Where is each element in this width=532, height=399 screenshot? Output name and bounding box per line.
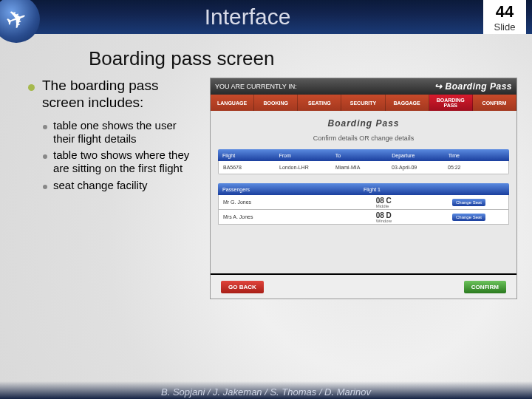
passenger-table-header: Passengers Flight 1 [218,183,509,195]
change-seat-button[interactable]: Change Seat [452,199,485,206]
flight-table-header: Flight From To Departure Time [218,149,509,161]
screenshot-footer: GO BACK CONFIRM [211,273,516,299]
page-number-label: Slide [483,21,526,33]
tab-baggage[interactable]: BAGGAGE [386,95,429,111]
main-bullet-text: The boarding pass screen includes: [42,78,200,112]
flight-table-row: BA5678 London-LHR Miami-MIA 03-April-09 … [218,161,509,174]
embedded-screenshot: YOU ARE CURRENTLY IN: ↪Boarding Pass LAN… [210,78,517,299]
footer-credits: B. Sopjani / J. Jakeman / S. Thomas / D.… [0,381,532,399]
bullet-dot-icon [43,154,47,159]
text-column: The boarding pass screen includes: table… [28,78,200,299]
flight-table: Flight From To Departure Time BA5678 Lon… [218,149,509,174]
topbar-left-text: YOU ARE CURRENTLY IN: [215,83,297,90]
page-number: 44 [496,2,514,21]
bullet-dot-icon [28,84,35,91]
list-item: table one shows the user their flight de… [43,119,200,146]
passenger-row: Mrs A. Jones 08 DWindow Change Seat [218,210,509,225]
go-back-button[interactable]: GO BACK [221,281,264,293]
list-item: table two shows where they are sitting o… [43,149,200,176]
bullet-dot-icon [43,185,47,189]
confirm-button[interactable]: CONFIRM [464,281,506,293]
sub-bullet-list: table one shows the user their flight de… [28,119,200,192]
arrow-icon: ↪ [434,81,443,92]
screenshot-body: Boarding Pass Confirm details OR change … [211,111,516,275]
airplane-icon: ✈ [1,1,31,36]
slide-title: Interface [44,4,532,30]
slide-subtitle: Boarding pass screen [89,47,532,70]
tab-booking[interactable]: BOOKING [254,95,298,111]
page-number-badge: 44 Slide [483,0,526,34]
list-item: seat change facility [43,179,200,192]
passenger-table: Passengers Flight 1 Mr G. Jones 08 CMidd… [218,183,509,225]
screenshot-heading: Boarding Pass [218,118,509,129]
screenshot-subheading: Confirm details OR change details [218,134,509,142]
screenshot-topbar: YOU ARE CURRENTLY IN: ↪Boarding Pass [211,78,516,95]
title-bar: ✈ Interface 44 Slide [0,0,532,34]
passenger-row: Mr G. Jones 08 CMiddle Change Seat [218,195,509,210]
bullet-dot-icon [43,125,47,129]
change-seat-button[interactable]: Change Seat [452,214,485,221]
tab-seating[interactable]: SEATING [298,95,341,111]
tab-boarding-pass[interactable]: BOARDING PASS [429,95,473,111]
tab-confirm[interactable]: CONFIRM [473,95,516,111]
tab-language[interactable]: LANGUAGE [211,95,254,111]
topbar-right-text: ↪Boarding Pass [434,81,512,92]
main-bullet: The boarding pass screen includes: [28,78,200,112]
tab-security[interactable]: SECURITY [341,95,385,111]
screenshot-tabs: LANGUAGE BOOKING SEATING SECURITY BAGGAG… [211,95,516,111]
